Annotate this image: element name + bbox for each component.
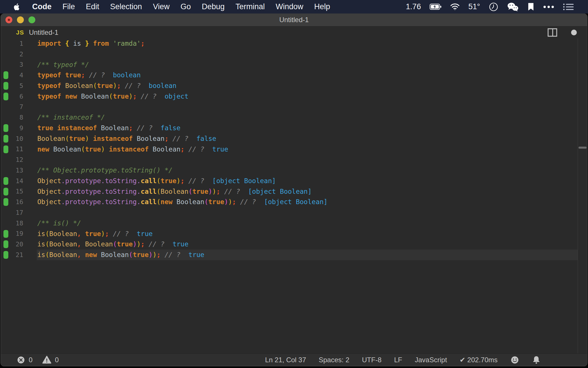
language-mode[interactable]: JavaScript [415, 356, 447, 364]
line-number[interactable]: 10 [11, 135, 23, 142]
bookmark-icon[interactable] [527, 3, 535, 11]
tab-label: Untitled-1 [29, 28, 59, 37]
clock-icon[interactable] [489, 2, 498, 12]
coverage-marker-empty [1, 165, 11, 176]
wechat-icon[interactable] [507, 2, 519, 12]
errors-icon[interactable] [17, 356, 25, 364]
line-number[interactable]: 7 [11, 103, 23, 110]
indentation[interactable]: Spaces: 2 [319, 356, 349, 364]
warnings-count[interactable]: 0 [55, 356, 59, 364]
list-icon[interactable] [563, 3, 574, 11]
code-line-13[interactable]: 13/** Object.prototype.toString() */ [1, 165, 587, 176]
quokka-status[interactable]: ✔ 202.70ms [460, 356, 498, 364]
coverage-marker-empty [1, 218, 11, 229]
line-number[interactable]: 9 [11, 124, 23, 132]
code-line-2[interactable]: 2 [1, 49, 587, 60]
zoom-button[interactable] [28, 16, 35, 23]
eol-sequence[interactable]: LF [394, 356, 402, 364]
menu-item-file[interactable]: File [63, 2, 75, 11]
code-line-7[interactable]: 7 [1, 102, 587, 112]
unsaved-changes-dot[interactable] [571, 30, 577, 35]
code-line-12[interactable]: 12 [1, 154, 587, 165]
line-number[interactable]: 12 [11, 156, 23, 163]
line-number[interactable]: 16 [11, 198, 23, 206]
code-line-9[interactable]: 9true instanceof Boolean; // ? false [1, 123, 587, 133]
menu-item-debug[interactable]: Debug [202, 2, 225, 11]
code-line-18[interactable]: 18/** is() */ [1, 218, 587, 229]
line-number[interactable]: 8 [11, 114, 23, 121]
split-editor-icon[interactable] [548, 28, 557, 37]
code-line-14[interactable]: 14Object.prototype.toString.call(true); … [1, 176, 587, 186]
scrollbar-mark[interactable] [579, 147, 587, 149]
check-icon: ✔ [460, 356, 465, 364]
wifi-icon[interactable] [450, 3, 460, 10]
temperature-label[interactable]: 51° [468, 2, 480, 11]
battery-charging-icon[interactable] [430, 3, 442, 10]
menu-item-app[interactable]: Code [32, 2, 52, 11]
code-text: import { is } from 'ramda'; [37, 38, 145, 49]
apple-menu-icon[interactable] [13, 3, 20, 11]
line-number[interactable]: 5 [11, 82, 23, 89]
minimize-button[interactable] [17, 16, 24, 23]
code-line-21[interactable]: 21is(Boolean, new Boolean(true)); // ? t… [1, 250, 587, 260]
line-number[interactable]: 20 [11, 241, 23, 248]
code-text: Object.prototype.toString.call(Boolean(t… [37, 186, 312, 197]
code-line-4[interactable]: 4typeof true; // ? boolean [1, 70, 587, 80]
line-number[interactable]: 4 [11, 72, 23, 79]
line-number[interactable]: 1 [11, 40, 23, 47]
line-number[interactable]: 17 [11, 209, 23, 216]
menu-item-selection[interactable]: Selection [110, 2, 142, 11]
menu-item-window[interactable]: Window [276, 2, 303, 11]
code-line-15[interactable]: 15Object.prototype.toString.call(Boolean… [1, 186, 587, 197]
window-title: Untitled-1 [279, 16, 309, 24]
feedback-smiley-icon[interactable] [510, 355, 519, 365]
code-line-5[interactable]: 5typeof Boolean(true); // ? boolean [1, 80, 587, 91]
coverage-marker-empty [1, 38, 11, 49]
tab-untitled-1[interactable]: JS Untitled-1 [1, 28, 58, 37]
menu-item-edit[interactable]: Edit [86, 2, 99, 11]
code-line-6[interactable]: 6typeof new Boolean(true); // ? object [1, 91, 587, 102]
window-title-bar[interactable]: Untitled-1 [1, 14, 587, 26]
coverage-marker [1, 144, 11, 155]
ellipsis-icon[interactable] [543, 5, 554, 8]
code-line-11[interactable]: 11new Boolean(true) instanceof Boolean; … [1, 144, 587, 155]
scrollbar-divider [578, 38, 578, 353]
code-editor[interactable]: 1import { is } from 'ramda';23/** typeof… [1, 38, 587, 353]
coverage-marker-empty [1, 154, 11, 165]
code-line-10[interactable]: 10Boolean(true) instanceof Boolean; // ?… [1, 133, 587, 144]
code-text: is(Boolean, Boolean(true)); // ? true [37, 239, 188, 250]
line-number[interactable]: 2 [11, 51, 23, 58]
line-number[interactable]: 14 [11, 177, 23, 185]
code-line-1[interactable]: 1import { is } from 'ramda'; [1, 38, 587, 49]
encoding[interactable]: UTF-8 [362, 356, 382, 364]
menubar-value-label[interactable]: 1.76 [406, 2, 421, 11]
menu-item-go[interactable]: Go [181, 2, 191, 11]
menu-item-view[interactable]: View [153, 2, 170, 11]
line-number[interactable]: 15 [11, 188, 23, 195]
line-number[interactable]: 3 [11, 61, 23, 68]
code-line-19[interactable]: 19is(Boolean, true); // ? true [1, 229, 587, 239]
line-number[interactable]: 11 [11, 145, 23, 153]
code-line-3[interactable]: 3/** typeof */ [1, 60, 587, 70]
code-text: is(Boolean, new Boolean(true)); // ? tru… [37, 250, 204, 260]
errors-count[interactable]: 0 [29, 356, 32, 364]
code-line-20[interactable]: 20is(Boolean, Boolean(true)); // ? true [1, 239, 587, 250]
javascript-file-icon: JS [16, 29, 24, 36]
code-line-8[interactable]: 8/** instanceof */ [1, 112, 587, 123]
line-number[interactable]: 19 [11, 230, 23, 237]
coverage-marker [1, 91, 11, 102]
menu-item-help[interactable]: Help [314, 2, 330, 11]
notifications-bell-icon[interactable] [532, 355, 541, 365]
line-number[interactable]: 13 [11, 167, 23, 174]
code-line-17[interactable]: 17 [1, 207, 587, 218]
line-number[interactable]: 21 [11, 251, 23, 258]
close-button[interactable] [5, 16, 12, 23]
menu-item-terminal[interactable]: Terminal [235, 2, 265, 11]
line-number[interactable]: 18 [11, 220, 23, 227]
warnings-icon[interactable] [42, 356, 51, 364]
code-text: /** instanceof */ [37, 112, 105, 123]
cursor-position[interactable]: Ln 21, Col 37 [265, 356, 306, 364]
code-line-16[interactable]: 16Object.prototype.toString.call(new Boo… [1, 197, 587, 207]
line-number[interactable]: 6 [11, 93, 23, 100]
coverage-marker [1, 186, 11, 197]
